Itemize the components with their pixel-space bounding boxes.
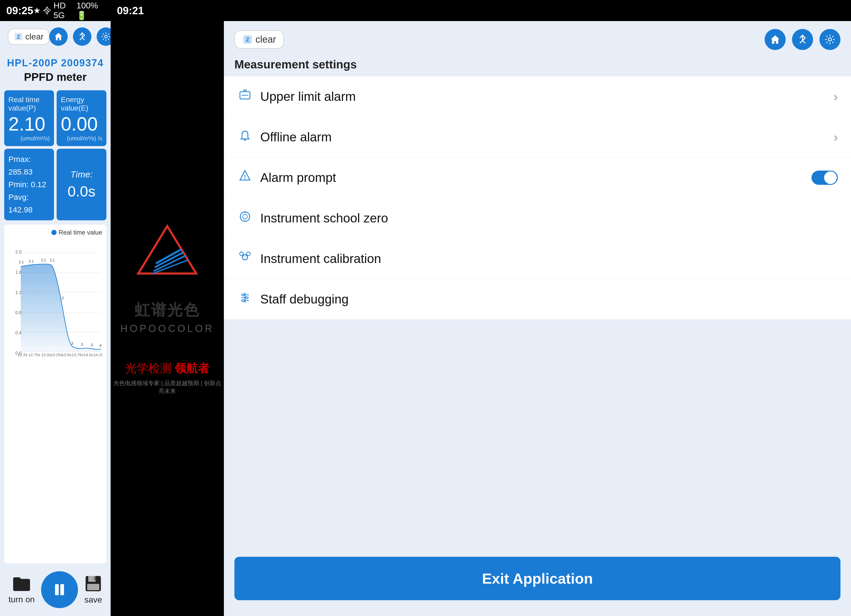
alarm-prompt-toggle[interactable] — [812, 171, 838, 185]
svg-point-58 — [247, 252, 250, 256]
top-icons-1 — [49, 27, 115, 46]
bluetooth-icon-btn — [77, 31, 87, 42]
school-zero-label: Instrument school zero — [260, 211, 388, 225]
staff-debug-label: Staff debugging — [260, 292, 349, 306]
settings-item-staff-debug[interactable]: Staff debugging — [224, 279, 851, 319]
pause-button[interactable] — [41, 571, 78, 608]
svg-point-57 — [240, 252, 244, 256]
settings-item-left-6: Staff debugging — [237, 291, 349, 308]
home-button-3[interactable] — [765, 29, 786, 50]
save-button[interactable]: save — [84, 575, 102, 605]
wifi-icon: 令 — [43, 5, 51, 16]
clear-label-3: clear — [256, 34, 276, 45]
upper-limit-icon — [237, 88, 253, 105]
status-icons-1: ★ 令 HD 5G 100% 🔋 — [33, 1, 104, 21]
svg-text:.2: .2 — [61, 296, 64, 300]
settings-button-3[interactable] — [819, 29, 840, 50]
folder-icon — [12, 575, 31, 592]
staff-debug-icon — [237, 291, 253, 308]
svg-text:14.0s: 14.0s — [84, 352, 93, 357]
clear-button-1[interactable]: Z clear — [8, 29, 49, 45]
alarm-prompt-icon — [237, 169, 253, 186]
settings-item-left-3: Alarm prompt — [237, 169, 336, 186]
metrics-row: Real time value(P) 2.10 (umol/m²/s) Ener… — [0, 86, 111, 146]
svg-line-59 — [243, 255, 244, 256]
chart-area: Real time value 0.0 0.4 0.8 1.2 1.6 2.0 — [4, 225, 107, 564]
school-zero-icon — [237, 210, 253, 227]
bluetooth-icon-3 — [797, 34, 808, 45]
chevron-upper-limit: › — [834, 89, 838, 104]
section-title: Measurement settings — [224, 58, 851, 76]
panel-splash: 09:21 ★ 令 HD 5G 100% 🔋 虹谱光色 HOPOOCOLOR 光… — [111, 0, 224, 616]
settings-item-left-2: Offline alarm — [237, 129, 332, 145]
time-1: 09:25 — [6, 5, 33, 16]
device-model: HPL-200P 2009374 — [0, 57, 111, 69]
svg-text:1.6: 1.6 — [15, 270, 21, 275]
svg-point-2 — [105, 35, 107, 38]
svg-rect-32 — [55, 584, 59, 595]
time-2: 09:21 — [117, 5, 144, 16]
upper-limit-label: Upper limit alarm — [260, 89, 356, 104]
svg-text:0.8: 0.8 — [15, 310, 21, 315]
svg-point-52 — [244, 178, 245, 179]
line-chart: 0.0 0.4 0.8 1.2 1.6 2.0 — [8, 239, 102, 360]
home-button[interactable] — [49, 27, 68, 46]
stats-row: Pmax: 285.83 Pmin: 0.12 Pavg: 142.98 Tim… — [0, 146, 111, 220]
realtime-label: Real time value(P) — [8, 96, 50, 112]
tagline-main: 光学检测 领航者 — [111, 361, 224, 376]
bluetooth-button[interactable] — [73, 27, 92, 46]
pause-icon — [50, 580, 69, 599]
battery-icon: 100% 🔋 — [77, 1, 104, 21]
svg-text:14.25s: 14.25s — [93, 352, 102, 357]
panel-settings: 09:22 ★ ★ 令 HD 5G 100% 🔋 Z clear — [224, 0, 851, 616]
settings-item-left-5: Instrument calibration — [237, 250, 381, 267]
svg-text:2.0: 2.0 — [15, 250, 21, 255]
settings-item-left-4: Instrument school zero — [237, 210, 388, 227]
top-bar-1: Z clear — [0, 21, 111, 52]
settings-item-offline-alarm[interactable]: Offline alarm › — [224, 117, 851, 157]
svg-text:13.0s: 13.0s — [41, 352, 51, 357]
legend-dot — [51, 230, 57, 235]
svg-text:13.25s: 13.25s — [51, 352, 62, 357]
turn-on-label: turn on — [8, 595, 35, 604]
offline-alarm-icon — [237, 129, 253, 145]
signal-icon: HD 5G — [53, 1, 74, 20]
bottom-bar: turn on save — [0, 564, 111, 616]
energy-label: Energy value(E) — [61, 96, 102, 112]
panel-main: 09:25 ★ 令 HD 5G 100% 🔋 Z clear — [0, 0, 111, 616]
clear-button-3[interactable]: Z clear — [235, 30, 284, 49]
settings-item-alarm-prompt[interactable]: Alarm prompt — [224, 157, 851, 198]
svg-text:2.1: 2.1 — [29, 259, 34, 263]
brand-logo — [130, 221, 204, 284]
svg-text:.3: .3 — [70, 342, 73, 346]
tagline-sub: 光色电感领域专家 | 品质超越预期 | 创新点亮未来 — [111, 379, 224, 395]
save-label: save — [84, 595, 102, 605]
settings-item-school-zero[interactable]: Instrument school zero — [224, 198, 851, 238]
exit-button[interactable]: Exit Application — [235, 557, 840, 600]
settings-icon — [101, 31, 111, 42]
home-icon-3 — [769, 34, 781, 45]
chart-legend: Real time value — [8, 229, 102, 236]
svg-text:Z: Z — [17, 34, 20, 40]
svg-rect-36 — [94, 577, 96, 580]
energy-card: Energy value(E) 0.00 (umol/m²/s) /s — [57, 90, 107, 146]
svg-point-65 — [242, 294, 244, 296]
calibration-label: Instrument calibration — [260, 252, 381, 266]
device-type: PPFD meter — [0, 71, 111, 84]
settings-item-upper-limit[interactable]: Upper limit alarm › — [224, 76, 851, 117]
time-card: Time: 0.0s — [57, 149, 107, 220]
realtime-card: Real time value(P) 2.10 (umol/m²/s) — [4, 90, 54, 146]
exit-btn-wrap: Exit Application — [224, 541, 851, 616]
svg-text:12.5s: 12.5s — [18, 352, 28, 357]
settings-list: Upper limit alarm › Offline alarm › — [224, 76, 851, 319]
turn-on-button[interactable]: turn on — [8, 575, 35, 604]
realtime-unit: (umol/m²/s) — [8, 135, 50, 142]
svg-text:Z: Z — [246, 36, 249, 43]
svg-text:12.75s: 12.75s — [29, 352, 40, 357]
bluetooth-button-3[interactable] — [792, 29, 813, 50]
status-bar-2: 09:21 ★ 令 HD 5G 100% 🔋 — [111, 0, 851, 21]
settings-item-calibration[interactable]: Instrument calibration — [224, 238, 851, 279]
svg-text:2.1: 2.1 — [19, 260, 24, 264]
alarm-prompt-label: Alarm prompt — [260, 170, 336, 185]
save-icon — [84, 575, 102, 592]
